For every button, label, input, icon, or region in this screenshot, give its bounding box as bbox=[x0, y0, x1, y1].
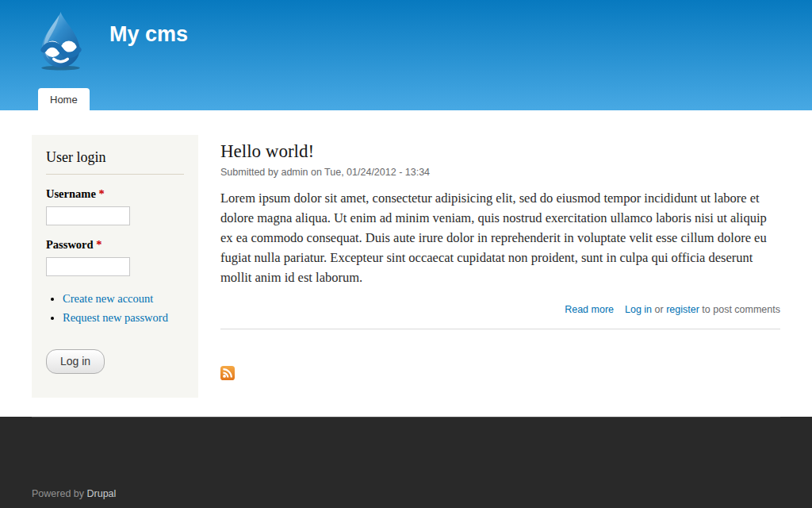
register-link[interactable]: register bbox=[666, 304, 699, 315]
site-footer: Powered by Drupal bbox=[0, 417, 812, 508]
required-marker: * bbox=[98, 187, 104, 200]
rss-icon bbox=[220, 366, 235, 380]
rss-feed-icon[interactable] bbox=[220, 366, 235, 383]
username-form-item: Username * bbox=[46, 187, 184, 225]
page: My cms Home User login Username * Passwo… bbox=[0, 0, 812, 508]
tab-home[interactable]: Home bbox=[38, 88, 90, 110]
article-links-row: Read moreLog in or register to post comm… bbox=[220, 304, 780, 329]
required-marker: * bbox=[96, 238, 102, 251]
sidebar-first: User login Username * Password * Create … bbox=[32, 135, 198, 398]
header-branding: My cms bbox=[0, 0, 812, 71]
content-region: User login Username * Password * Create … bbox=[0, 110, 812, 417]
username-label: Username * bbox=[46, 187, 184, 201]
main-content: Hello world! Submitted by admin on Tue, … bbox=[220, 110, 780, 383]
username-label-text: Username bbox=[46, 187, 96, 200]
post-comments-text: to post comments bbox=[702, 304, 780, 315]
site-name[interactable]: My cms bbox=[109, 22, 188, 47]
create-new-account-link[interactable]: Create new account bbox=[63, 292, 153, 305]
or-text: or bbox=[655, 304, 664, 315]
password-form-item: Password * bbox=[46, 238, 184, 276]
user-login-links: Create new account Request new password bbox=[46, 292, 184, 325]
feed-icon-wrapper bbox=[220, 366, 780, 383]
footer-text: Powered by Drupal bbox=[32, 468, 780, 499]
site-header: My cms Home bbox=[0, 0, 812, 110]
username-input[interactable] bbox=[46, 206, 130, 225]
log-in-button[interactable]: Log in bbox=[46, 349, 105, 374]
password-input[interactable] bbox=[46, 257, 130, 276]
password-label: Password * bbox=[46, 238, 184, 252]
powered-by-text: Powered by bbox=[32, 488, 84, 499]
user-login-title: User login bbox=[46, 149, 184, 175]
footer-divider bbox=[32, 417, 780, 468]
article-submitted-line: Submitted by admin on Tue, 01/24/2012 - … bbox=[220, 167, 780, 178]
comment-links: Log in or register to post comments bbox=[625, 304, 780, 315]
drupal-logo-icon[interactable] bbox=[36, 10, 86, 71]
drupal-link[interactable]: Drupal bbox=[87, 488, 117, 499]
drupal-drop-icon bbox=[36, 10, 86, 71]
list-item: Create new account bbox=[63, 292, 184, 306]
read-more-link[interactable]: Read more bbox=[565, 304, 614, 315]
request-new-password-link[interactable]: Request new password bbox=[63, 311, 168, 324]
article-hello-world: Hello world! Submitted by admin on Tue, … bbox=[220, 141, 780, 383]
user-login-block: User login Username * Password * Create … bbox=[46, 149, 184, 374]
article-body: Lorem ipsum dolor sit amet, consectetur … bbox=[220, 188, 780, 287]
article-title[interactable]: Hello world! bbox=[220, 141, 780, 162]
password-label-text: Password bbox=[46, 238, 94, 251]
list-item: Request new password bbox=[63, 311, 184, 325]
main-menu: Home bbox=[38, 88, 90, 110]
log-in-link[interactable]: Log in bbox=[625, 304, 652, 315]
